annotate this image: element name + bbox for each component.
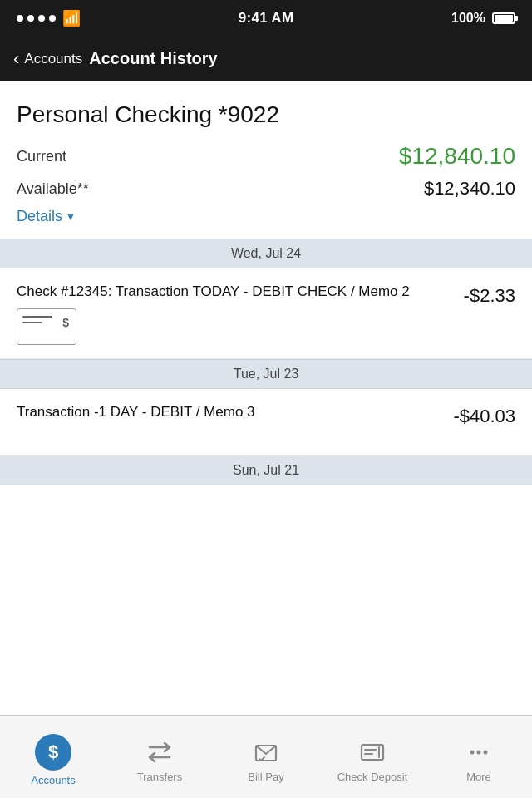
signal-dot-4	[49, 15, 56, 22]
wifi-icon: 📶	[62, 9, 81, 27]
current-balance-row: Current $12,840.10	[17, 143, 515, 170]
tab-accounts-label: Accounts	[31, 774, 75, 786]
tab-transfers[interactable]: Transfers	[106, 716, 213, 798]
date-header-sun: Sun, Jul 21	[0, 456, 532, 485]
svg-point-8	[477, 751, 481, 755]
status-right: 100%	[451, 11, 515, 26]
check-line-2	[22, 322, 42, 323]
battery-percent: 100%	[451, 11, 485, 26]
details-link[interactable]: Details ▼	[17, 208, 515, 225]
tab-more-label: More	[466, 771, 491, 783]
current-label: Current	[17, 148, 66, 165]
nav-back-button[interactable]: ‹ Accounts	[13, 50, 82, 68]
transaction-amount: -$2.33	[464, 282, 515, 307]
signal-dots	[17, 15, 56, 22]
account-name: Personal Checking *9022	[17, 101, 515, 128]
signal-dot-1	[17, 15, 23, 22]
transaction-amount: -$40.03	[453, 402, 515, 427]
nav-back-label: Accounts	[24, 51, 82, 67]
transactions-container: Wed, Jul 24 Check #12345: Transaction TO…	[0, 239, 532, 485]
svg-rect-3	[362, 745, 383, 760]
tab-billpay[interactable]: Bill Pay	[213, 716, 319, 798]
tab-checkdeposit[interactable]: Check Deposit	[319, 716, 426, 798]
available-balance: $12,340.10	[424, 178, 515, 200]
svg-point-7	[470, 751, 475, 755]
tab-billpay-label: Bill Pay	[248, 771, 283, 783]
account-section: Personal Checking *9022 Current $12,840.…	[0, 81, 532, 239]
transaction-row[interactable]: Transaction -1 DAY - DEBIT / Memo 3 -$40…	[0, 389, 532, 456]
transaction-left: Transaction -1 DAY - DEBIT / Memo 3	[17, 402, 453, 429]
available-balance-row: Available** $12,340.10	[17, 178, 515, 200]
check-lines-icon	[22, 316, 52, 328]
status-left: 📶	[17, 9, 81, 27]
check-image: $	[17, 308, 76, 345]
transaction-desc: Transaction -1 DAY - DEBIT / Memo 3	[17, 402, 440, 422]
signal-dot-3	[38, 15, 45, 22]
transaction-desc: Check #12345: Transaction TODAY - DEBIT …	[17, 282, 451, 302]
check-dollar-icon: $	[62, 316, 69, 329]
status-time: 9:41 AM	[239, 10, 294, 27]
svg-point-9	[484, 751, 488, 755]
details-arrow-icon: ▼	[66, 211, 76, 223]
transaction-row[interactable]: Check #12345: Transaction TODAY - DEBIT …	[0, 268, 532, 359]
date-header-tue: Tue, Jul 23	[0, 359, 532, 389]
tab-more[interactable]: More	[426, 716, 532, 798]
nav-title: Account History	[89, 49, 217, 68]
signal-dot-2	[27, 15, 34, 22]
tab-accounts[interactable]: $ Accounts	[0, 716, 106, 798]
battery-icon	[492, 12, 515, 24]
accounts-icon: $	[35, 734, 71, 771]
billpay-icon	[251, 737, 281, 767]
tab-checkdeposit-label: Check Deposit	[337, 771, 408, 783]
details-label: Details	[17, 208, 62, 225]
transfers-icon	[145, 737, 175, 767]
available-label: Available**	[17, 180, 89, 198]
tab-bar: $ Accounts Transfers Bill Pay	[0, 715, 532, 798]
transaction-left: Check #12345: Transaction TODAY - DEBIT …	[17, 282, 464, 345]
status-bar: 📶 9:41 AM 100%	[0, 0, 532, 37]
date-header-wed: Wed, Jul 24	[0, 239, 532, 268]
more-icon	[464, 737, 494, 767]
check-line-1	[22, 316, 52, 318]
current-balance: $12,840.10	[399, 143, 515, 170]
nav-bar: ‹ Accounts Account History	[0, 37, 532, 81]
back-chevron-icon: ‹	[13, 50, 19, 68]
checkdeposit-icon	[357, 737, 387, 767]
tab-transfers-label: Transfers	[137, 771, 182, 783]
